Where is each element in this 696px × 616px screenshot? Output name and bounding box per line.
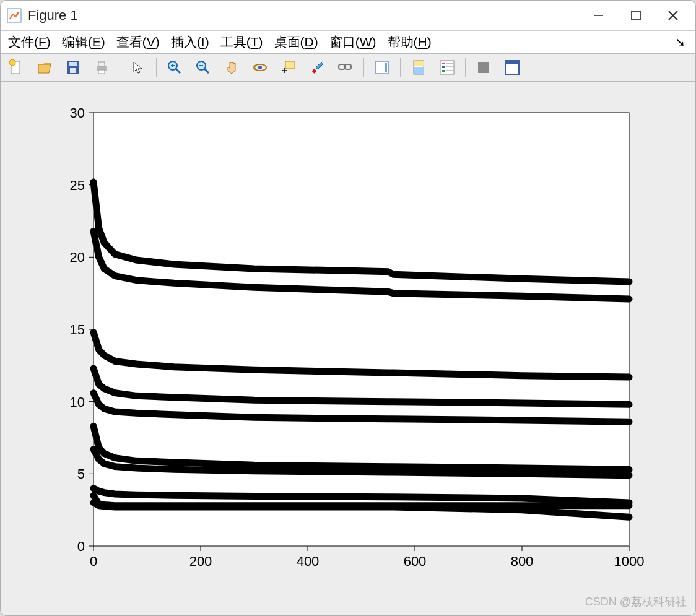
y-tick-label: 5 (77, 466, 85, 482)
titlebar: Figure 1 (1, 1, 695, 31)
svg-rect-42 (94, 113, 629, 546)
svg-rect-2 (632, 11, 640, 20)
menubar: 文件(F) 编辑(E) 查看(V) 插入(I) 工具(T) 桌面(D) 窗口(W… (1, 31, 695, 54)
colorbar-button[interactable] (370, 56, 394, 79)
svg-point-21 (258, 66, 262, 69)
window-title: Figure 1 (28, 7, 580, 24)
pan-button[interactable] (220, 56, 243, 79)
minimize-button[interactable] (580, 3, 617, 28)
data-cursor-button[interactable] (277, 56, 300, 79)
svg-rect-33 (442, 63, 445, 64)
link-button[interactable] (334, 56, 357, 79)
open-button[interactable] (33, 56, 56, 79)
x-tick-label: 800 (511, 553, 534, 569)
menu-file[interactable]: 文件(F) (8, 33, 51, 51)
toolbar (1, 54, 695, 82)
new-button[interactable] (4, 56, 28, 79)
svg-rect-8 (69, 62, 77, 66)
pointer-button[interactable] (126, 56, 150, 79)
svg-rect-11 (98, 62, 105, 66)
menu-help[interactable]: 帮助(H) (388, 33, 432, 51)
y-tick-label: 25 (70, 178, 85, 193)
y-tick-label: 20 (70, 249, 85, 265)
svg-point-6 (9, 59, 15, 66)
svg-line-18 (204, 69, 209, 73)
svg-rect-41 (505, 61, 519, 64)
svg-rect-30 (414, 61, 424, 66)
menu-tools[interactable]: 工具(T) (220, 33, 263, 51)
svg-rect-22 (285, 61, 294, 69)
zoom-out-button[interactable] (191, 56, 215, 79)
svg-rect-25 (339, 64, 345, 69)
y-tick-label: 30 (70, 105, 85, 121)
menu-desktop[interactable]: 桌面(D) (274, 33, 318, 51)
watermark: CSDN @荔枝科研社 (585, 594, 687, 609)
hide-plot-button[interactable] (472, 56, 495, 79)
svg-rect-31 (414, 67, 424, 74)
svg-rect-35 (442, 70, 445, 72)
x-tick-label: 0 (90, 553, 97, 569)
x-tick-label: 200 (189, 553, 212, 569)
menu-overflow-icon[interactable]: ➘ (675, 35, 685, 50)
figure-canvas[interactable]: 02004006008001000051015202530 CSDN @荔枝科研… (1, 82, 695, 615)
zoom-in-button[interactable] (163, 56, 186, 79)
svg-rect-26 (345, 64, 351, 69)
figure-window: Figure 1 文件(F) 编辑(E) 查看(V) 插入(I) 工具(T) 桌… (0, 0, 696, 616)
svg-rect-28 (385, 63, 387, 72)
y-tick-label: 15 (70, 322, 85, 337)
svg-rect-39 (478, 62, 489, 73)
svg-rect-9 (70, 68, 76, 73)
menu-edit[interactable]: 编辑(E) (62, 33, 105, 51)
legend-button[interactable] (435, 56, 459, 79)
print-button[interactable] (90, 56, 113, 79)
y-tick-label: 0 (77, 539, 85, 554)
x-tick-label: 600 (404, 553, 427, 569)
menu-insert[interactable]: 插入(I) (171, 33, 209, 51)
dock-button[interactable] (500, 56, 524, 79)
svg-line-14 (176, 69, 180, 73)
matlab-icon (7, 8, 22, 23)
save-button[interactable] (61, 56, 85, 79)
axes[interactable]: 02004006008001000051015202530 (1, 82, 696, 611)
menu-window[interactable]: 窗口(W) (329, 33, 376, 51)
maximize-button[interactable] (617, 3, 655, 28)
svg-rect-12 (98, 70, 105, 74)
brush-button[interactable] (305, 56, 329, 79)
close-button[interactable] (655, 3, 692, 28)
menu-view[interactable]: 查看(V) (116, 33, 160, 51)
legend-on-button[interactable] (407, 56, 430, 79)
y-tick-label: 10 (70, 394, 85, 410)
rotate3d-button[interactable] (248, 56, 272, 79)
x-tick-label: 1000 (614, 553, 645, 569)
svg-rect-34 (442, 66, 445, 68)
x-tick-label: 400 (297, 553, 320, 569)
